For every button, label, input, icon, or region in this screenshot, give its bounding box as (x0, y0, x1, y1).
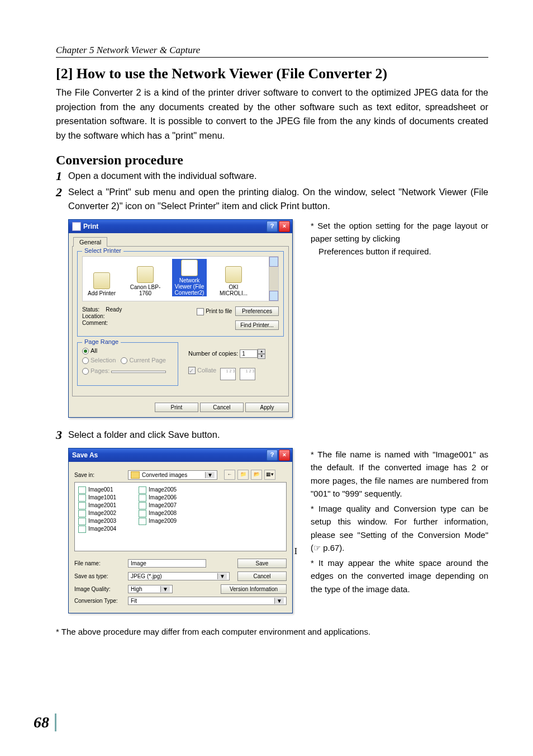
help-button[interactable]: ? (266, 221, 278, 232)
copies-input[interactable]: 1 (240, 349, 258, 358)
file-list-col-2: Image2005 Image2006 Image2007 Image2008 … (139, 486, 177, 547)
apply-button[interactable]: Apply (245, 403, 289, 412)
oki-printer-icon (225, 266, 242, 283)
print-to-file-checkbox[interactable] (197, 308, 204, 315)
save-cancel-button[interactable]: Cancel (237, 571, 287, 581)
side-note-2-item: * Image quality and Conversion type can … (311, 502, 488, 554)
save-close-button[interactable]: × (279, 450, 290, 461)
step-3-text: Select a folder and click Save button. (68, 428, 488, 442)
oki-printer-label: OKI MICROLI... (217, 284, 250, 296)
side-note-2-item: * The file name is named with "Image001"… (311, 448, 488, 500)
network-printer-label: Network Viewer (File Converter2) (173, 277, 206, 296)
dropdown-icon[interactable]: ▼ (217, 573, 227, 579)
dropdown-icon[interactable]: ▼ (160, 586, 170, 592)
save-help-button[interactable]: ? (266, 450, 278, 461)
side-note-1b: Preferences (318, 247, 364, 256)
image-quality-combo[interactable]: High ▼ (128, 585, 173, 593)
dropdown-icon[interactable]: ▼ (205, 472, 215, 478)
save-in-value: Converted images (142, 472, 187, 478)
side-notes-2: * The file name is named with "Image001"… (311, 448, 488, 613)
add-printer-label: Add Printer (85, 290, 118, 296)
print-dialog-titlebar[interactable]: Print ? × (69, 220, 292, 233)
comment-label: Comment: (82, 320, 122, 326)
canon-printer-label: Canon LBP-1760 (129, 284, 162, 296)
section-title: [2] How to use the Network Viewer (File … (56, 65, 488, 82)
new-folder-icon[interactable]: 📂 (251, 470, 262, 480)
file-name-label: File name: (74, 560, 125, 566)
close-button[interactable]: × (279, 221, 290, 232)
save-as-type-label: Save as type: (74, 573, 125, 579)
side-note-1a: * Set the option setting for the page la… (311, 221, 488, 243)
printer-canon[interactable]: Canon LBP-1760 (129, 266, 162, 296)
printer-oki[interactable]: OKI MICROLI... (217, 266, 250, 296)
list-item[interactable]: Image001 (78, 486, 116, 494)
conversion-type-combo[interactable]: Fit ▼ (128, 597, 287, 605)
collate-label: Collate (197, 367, 216, 374)
printer-scrollbar[interactable] (269, 257, 278, 301)
file-name-value: Image (131, 560, 146, 566)
add-printer-icon (93, 272, 110, 289)
file-name-input[interactable]: Image (128, 559, 206, 568)
list-item[interactable]: Image2003 (78, 518, 116, 525)
list-item[interactable]: Image2001 (78, 502, 116, 509)
step-2-text-b: button. (299, 201, 330, 211)
copies-spinner[interactable]: ▲▼ (258, 349, 265, 359)
print-to-file-label: Print to file (206, 308, 232, 314)
step-2-text-a: Select a "Print" sub menu and open the p… (68, 187, 488, 211)
page-range-legend: Page Range (82, 338, 121, 345)
file-list[interactable]: Image001 Image1001 Image2001 Image2002 I… (74, 482, 287, 551)
radio-all[interactable] (82, 348, 89, 355)
preferences-button[interactable]: Preferences (235, 306, 279, 316)
radio-current-page (121, 357, 127, 364)
step-number-3: 3 (56, 428, 68, 442)
print-button[interactable]: Print (155, 403, 198, 412)
save-button[interactable]: Save (237, 559, 287, 568)
radio-selection-label: Selection (91, 357, 116, 363)
chapter-header: Chapter 5 Network Viewer & Capture (56, 45, 488, 58)
view-menu-icon[interactable]: ▦▾ (264, 470, 275, 480)
collate-checkbox: ✓ (188, 367, 196, 374)
up-icon[interactable]: 📁 (237, 470, 249, 480)
copies-label: Number of copies: (188, 350, 238, 357)
save-as-dialog: Save As ? × Save in: Converted images ▼ (68, 448, 293, 613)
status-value: Ready (106, 306, 122, 313)
list-item[interactable]: Image2002 (78, 510, 116, 517)
printer-list[interactable]: Add Printer Canon LBP-1760 Network Viewe… (82, 256, 279, 301)
group-page-range: Page Range All Selection Current Page Pa… (77, 342, 178, 386)
step-number-2: 2 (56, 185, 68, 214)
find-printer-button[interactable]: Find Printer... (235, 320, 279, 330)
tab-general[interactable]: General (73, 237, 107, 247)
step-3: 3 Select a folder and click Save button. (56, 428, 488, 442)
save-dialog-titlebar[interactable]: Save As ? × (69, 448, 292, 462)
radio-pages-label: Pages: (91, 367, 110, 374)
printer-network-viewer[interactable]: Network Viewer (File Converter2) (172, 259, 207, 296)
pages-input (111, 371, 166, 373)
save-in-combo[interactable]: Converted images ▼ (128, 470, 217, 480)
list-item[interactable]: Image2006 (139, 494, 177, 502)
radio-pages (82, 368, 89, 375)
list-item[interactable]: Image2007 (139, 502, 177, 509)
list-item[interactable]: Image2004 (78, 526, 116, 533)
version-info-button[interactable]: Version Information (221, 584, 287, 594)
dropdown-icon[interactable]: ▼ (274, 598, 284, 604)
step-2-print-word: Print (280, 201, 299, 211)
location-label: Location: (82, 313, 122, 319)
step-1: 1 Open a document with the individual so… (56, 169, 488, 183)
page-number-bar (55, 714, 56, 731)
folder-icon (131, 471, 140, 479)
list-item[interactable]: Image2008 (139, 510, 177, 517)
step-3-save-word: Save (168, 429, 189, 440)
image-quality-label: Image Quality: (74, 586, 125, 592)
image-quality-value: High (131, 586, 142, 592)
back-icon[interactable]: ← (224, 470, 235, 480)
network-printer-icon (181, 259, 198, 276)
list-item[interactable]: Image2005 (139, 486, 177, 494)
step-2-text: Select a "Print" sub menu and open the p… (68, 185, 488, 214)
page-number: 68 (34, 714, 49, 731)
printer-add[interactable]: Add Printer (85, 272, 118, 296)
list-item[interactable]: Image1001 (78, 494, 116, 502)
list-item[interactable]: Image2009 (139, 518, 177, 525)
save-as-type-combo[interactable]: JPEG (*.jpg) ▼ (128, 572, 230, 580)
side-note-1c: button if required. (364, 247, 431, 256)
cancel-button[interactable]: Cancel (200, 403, 244, 412)
